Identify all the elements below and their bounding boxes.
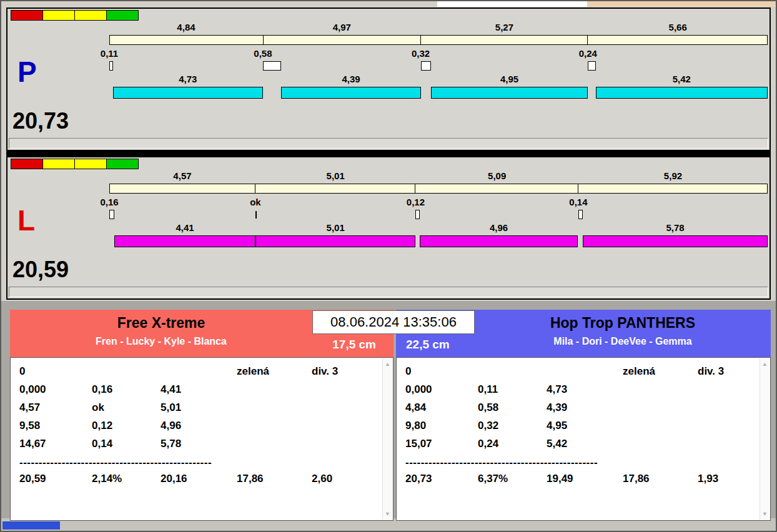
- dog-time-bars: [109, 235, 768, 247]
- split-time-bar: [109, 35, 768, 45]
- table-cell: 0,14: [92, 438, 112, 450]
- taskbar-fragment: [2, 521, 60, 530]
- table-row: 0,000 0,11 4,73: [397, 382, 770, 400]
- split-segment: [588, 36, 767, 44]
- table-cell: 4,57: [19, 401, 40, 414]
- change-interval-marker: [421, 61, 431, 71]
- lane-chart: 4,84 4,97 5,27 5,66 0,11 0,58 0,32 0,24: [109, 9, 768, 102]
- dog-time-label: 4,95: [500, 74, 518, 84]
- change-interval-marker: [415, 210, 419, 219]
- change-time-labels: 0,11 0,58 0,32 0,24: [109, 48, 768, 59]
- dog-time-bar: [420, 235, 578, 247]
- dog-time-labels: 4,41 5,01 4,96 5,78: [109, 222, 768, 234]
- table-cell: zelená: [623, 365, 655, 378]
- timestamp: 08.06.2024 13:35:06: [312, 310, 475, 334]
- table-separator: ----------------------------------------…: [11, 455, 393, 471]
- table-cell: 0: [405, 365, 411, 378]
- lane-divider: [6, 151, 771, 156]
- change-interval-marker: [109, 61, 113, 71]
- jump-height: 22,5 cm: [406, 338, 450, 352]
- table-row: 9,58 0,12 4,96: [11, 418, 393, 436]
- table-cell: 20,59: [19, 473, 46, 485]
- table-cell: 5,01: [161, 401, 181, 414]
- table-cell: 17,86: [237, 473, 264, 485]
- lane-panel-P: 4,84 4,97 5,27 5,66 0,11 0,58 0,32 0,24: [6, 7, 771, 151]
- window-top-edge: [1, 1, 776, 7]
- table-cell: 17,86: [623, 473, 650, 485]
- table-cell: 4,84: [405, 401, 426, 414]
- change-interval-marker: [588, 61, 595, 71]
- change-time-labels: 0,16 ok 0,12 0,14: [109, 197, 768, 207]
- change-time-label: 0,58: [254, 48, 272, 59]
- app-window: 4,84 4,97 5,27 5,66 0,11 0,58 0,32 0,24: [0, 0, 777, 532]
- split-segment: [255, 184, 415, 193]
- dog-time-label: 4,39: [342, 74, 360, 84]
- dog-time-bar: [113, 87, 263, 99]
- traffic-light-yellow-box-2: [74, 10, 107, 21]
- split-time-label: 4,97: [333, 22, 351, 32]
- dog-time-label: 4,96: [490, 222, 508, 233]
- table-cell: 4,95: [547, 420, 567, 432]
- change-time-label: 0,32: [412, 48, 430, 59]
- split-segment: [578, 184, 767, 193]
- change-time-label: 0,24: [579, 48, 597, 59]
- dog-time-bar: [583, 235, 768, 247]
- team-name: Hop Trop PANTHERS: [475, 315, 771, 332]
- table-cell: zelená: [237, 365, 269, 378]
- table-cell: 4,96: [161, 420, 181, 432]
- table-row: 9,80 0,32 4,95: [397, 418, 770, 436]
- scroll-down-icon[interactable]: ▼: [383, 510, 392, 518]
- table-cell: 4,41: [161, 383, 181, 396]
- change-interval-marker: [263, 61, 281, 71]
- dog-time-label: 4,73: [179, 74, 197, 84]
- table-cell: ok: [92, 401, 104, 414]
- table-cell: 15,07: [405, 438, 432, 450]
- table-row: 15,07 0,24 5,42: [397, 436, 770, 455]
- dog-time-bar: [596, 87, 768, 99]
- table-cell: 19,49: [547, 473, 573, 485]
- team-members: Fren - Lucky - Kyle - Blanca: [10, 336, 312, 347]
- split-segment: [264, 36, 421, 44]
- traffic-light-yellow-box-1: [42, 10, 75, 21]
- split-time-label: 5,92: [664, 170, 682, 181]
- scroll-up-icon[interactable]: ▲: [383, 360, 392, 368]
- traffic-light-yellow-box-1: [42, 159, 75, 169]
- split-segment: [110, 36, 264, 44]
- lane-message-strip: [9, 287, 768, 297]
- traffic-light-red-box: [11, 159, 43, 169]
- team-name: Free X-treme: [10, 315, 312, 332]
- scroll-down-icon[interactable]: ▼: [760, 510, 770, 518]
- change-interval-markers: [109, 61, 768, 71]
- split-time-labels: 4,84 4,97 5,27 5,66: [109, 22, 768, 33]
- scroll-up-icon[interactable]: ▲: [760, 360, 770, 368]
- split-segment: [415, 184, 578, 193]
- table-cell: div. 3: [698, 365, 724, 378]
- split-time-bar: [109, 184, 768, 194]
- dog-time-bar: [114, 235, 255, 247]
- change-time-label: 0,16: [100, 197, 118, 207]
- table-row: 4,84 0,58 4,39: [397, 400, 770, 418]
- split-segment: [110, 184, 255, 193]
- split-time-label: 5,01: [327, 170, 345, 181]
- change-interval-markers: [109, 210, 768, 220]
- table-scrollbar[interactable]: ▲ ▼: [382, 358, 392, 520]
- change-interval-marker: [578, 210, 583, 219]
- table-cell: 6,37%: [478, 473, 508, 485]
- lane-message-strip: [9, 138, 768, 149]
- split-time-label: 5,27: [495, 22, 513, 32]
- table-row: 0 zelená div. 3: [397, 364, 770, 382]
- table-cell: 0: [19, 365, 25, 378]
- change-time-label: ok: [250, 197, 261, 207]
- table-scrollbar[interactable]: ▲ ▼: [760, 358, 770, 520]
- table-cell: 0,16: [92, 383, 112, 396]
- change-time-label: 0,14: [569, 197, 587, 207]
- table-row: 0 zelená div. 3: [11, 364, 393, 382]
- lane-letter: L: [17, 206, 35, 235]
- lane-total-time: 20,59: [12, 259, 69, 281]
- table-row: 0,000 0,16 4,41: [11, 382, 393, 400]
- table-cell: 4,73: [547, 383, 567, 396]
- table-cell: div. 3: [312, 365, 338, 378]
- table-cell: 0,11: [478, 383, 498, 396]
- table-row: 14,67 0,14 5,78: [11, 436, 393, 455]
- split-time-label: 5,09: [488, 170, 506, 181]
